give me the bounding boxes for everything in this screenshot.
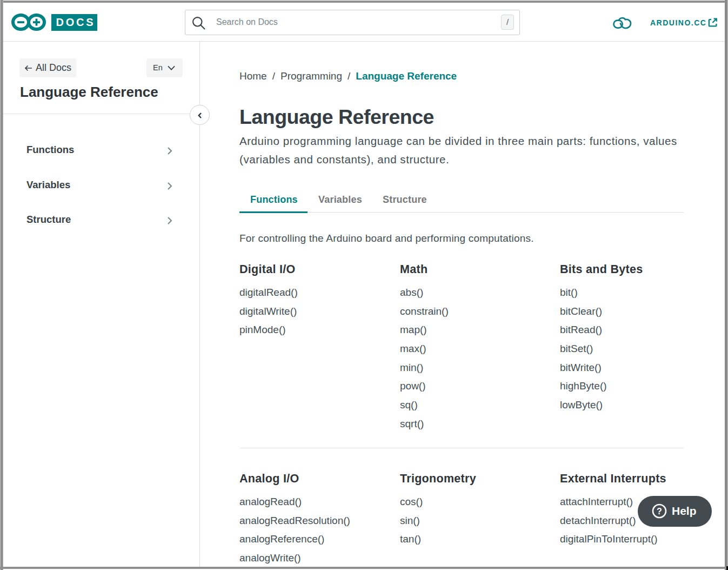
svg-text:?: ? xyxy=(657,507,662,516)
